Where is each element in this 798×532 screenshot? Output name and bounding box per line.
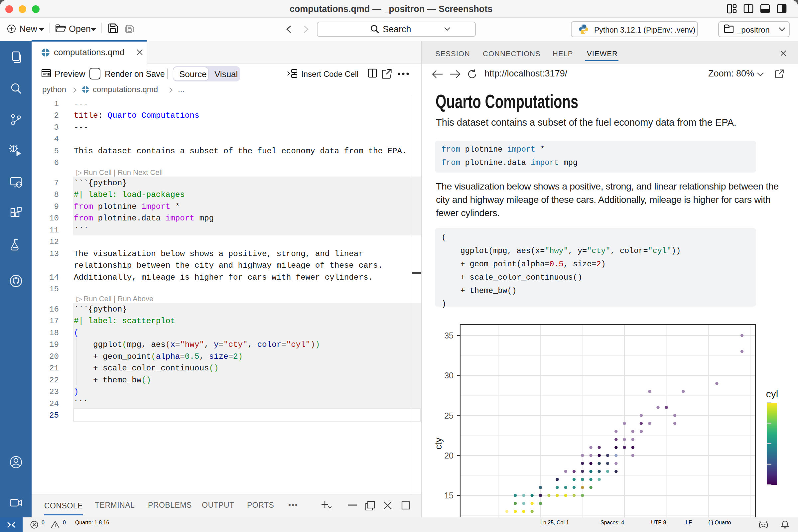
svg-text:cty: cty — [433, 438, 443, 450]
svg-text:20: 20 — [444, 451, 454, 460]
svg-text:25: 25 — [444, 411, 454, 420]
svg-text:cyl: cyl — [766, 388, 778, 399]
svg-text:35: 35 — [444, 331, 454, 340]
svg-text:15: 15 — [444, 491, 454, 500]
svg-text:30: 30 — [444, 371, 454, 380]
